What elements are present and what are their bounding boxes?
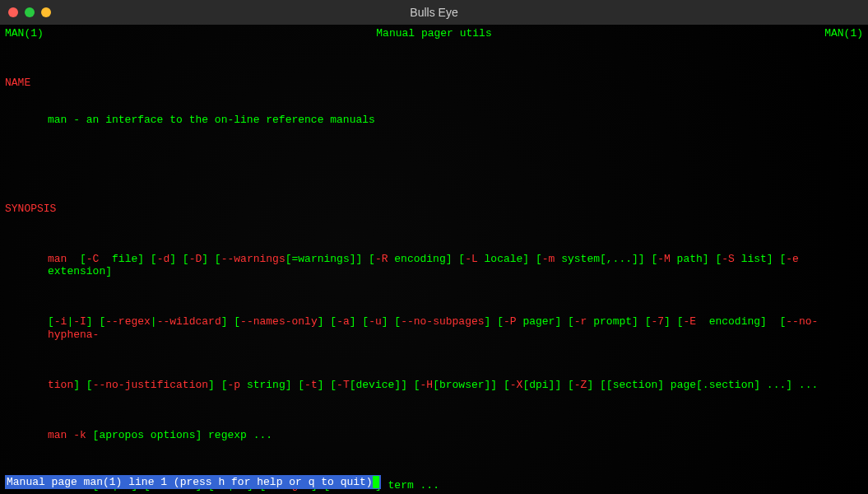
- pager-statusbar: Manual page man(1) line 1 (press h for h…: [5, 475, 381, 489]
- maximize-icon[interactable]: [41, 7, 51, 17]
- man-header: MAN(1) Manual pager utils MAN(1): [5, 27, 863, 40]
- cursor: [373, 476, 379, 488]
- syn-line-3: tion] [--no-justification] [-p string] […: [48, 379, 863, 391]
- minimize-icon[interactable]: [25, 7, 35, 17]
- header-center: Manual pager utils: [376, 27, 491, 40]
- terminal-viewport[interactable]: MAN(1) Manual pager utils MAN(1) NAME ma…: [0, 25, 868, 494]
- window-controls: [8, 7, 51, 17]
- header-left: MAN(1): [5, 27, 44, 40]
- close-icon[interactable]: [8, 7, 18, 17]
- header-right: MAN(1): [824, 27, 863, 40]
- section-name-line: man - an interface to the on-line refere…: [48, 114, 863, 126]
- window-title: Bulls Eye: [410, 6, 457, 19]
- syn-line-4: man -k [apropos options] regexp ...: [48, 429, 863, 441]
- syn-line-1: man [-C file] [-d] [-D] [--warnings[=war…: [48, 253, 863, 278]
- section-synopsis-head: SYNOPSIS: [5, 203, 863, 215]
- syn-line-2: [-i|-I] [--regex|--wildcard] [--names-on…: [48, 315, 863, 341]
- titlebar: Bulls Eye: [0, 0, 868, 25]
- statusbar-text: Manual page man(1) line 1 (press h for h…: [7, 476, 373, 488]
- man-content: NAME man - an interface to the on-line r…: [5, 51, 863, 494]
- section-name-head: NAME: [5, 77, 863, 89]
